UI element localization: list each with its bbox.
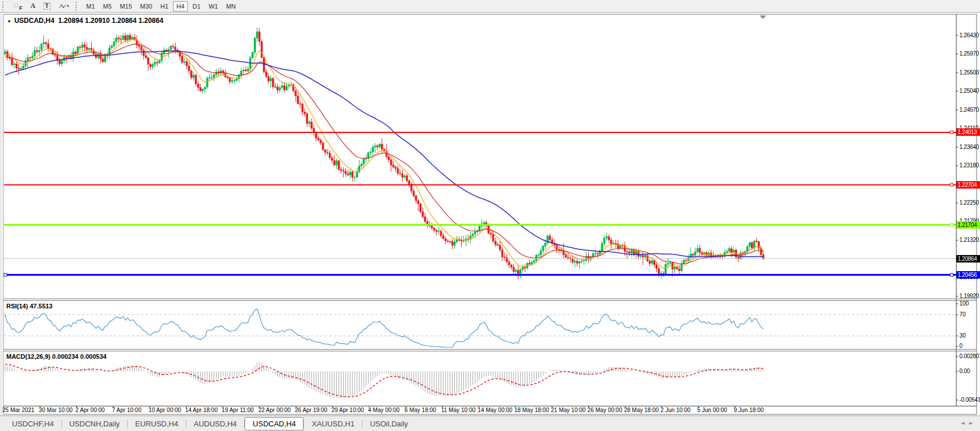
price-tick-label: 1.23640 xyxy=(959,144,979,150)
price-tick-label: 1.23180 xyxy=(959,162,979,169)
date-label: 22 Apr 00:00 xyxy=(258,407,291,413)
timeframe-button-h4[interactable]: H4 xyxy=(173,1,188,11)
price-tick-label: 1.19920 xyxy=(959,293,979,299)
chart-title-symbol: USDCAD,H4 xyxy=(14,17,54,25)
level-price-tag: 1.22704 xyxy=(957,181,980,189)
symbol-dropdown-icon[interactable]: ▼ xyxy=(7,19,11,24)
timeframe-button-d1[interactable]: D1 xyxy=(189,1,204,11)
macd-scale-label: -0.005418 xyxy=(959,397,980,403)
date-label: 7 Apr 10:00 xyxy=(112,407,141,413)
fibonacci-tool-button[interactable]: F xyxy=(10,1,26,11)
rsi-scale-label: 30 xyxy=(959,332,966,339)
tab-scroll-right-icon: ► xyxy=(969,420,978,426)
date-label: 26 Apr 19:00 xyxy=(295,407,328,413)
toolbar-grip-2[interactable] xyxy=(76,2,79,10)
price-tick-label: 1.22250 xyxy=(959,199,979,206)
current-price-tag: 1.20864 xyxy=(957,255,980,262)
date-label: 14 Apr 18:00 xyxy=(185,407,218,413)
timeframe-group: M1M5M15M30H1H4D1W1MN xyxy=(82,1,240,11)
timeframe-button-m5[interactable]: M5 xyxy=(100,1,115,11)
chart-title: ▼USDCAD,H4 1.20894 1.20910 1.20864 1.208… xyxy=(7,17,163,25)
date-label: 26 May 00:00 xyxy=(588,407,623,413)
level-price-tag: 1.21704 xyxy=(957,221,980,229)
timeframe-button-m15[interactable]: M15 xyxy=(116,1,135,11)
date-label: 2 Jun 10:00 xyxy=(660,407,690,413)
date-label: 6 May 18:00 xyxy=(404,407,436,413)
date-label: 18 May 18:00 xyxy=(514,407,549,413)
chart-plot-area[interactable] xyxy=(4,15,956,298)
timeframe-button-h1[interactable]: H1 xyxy=(157,1,172,11)
price-tick-label: 1.25500 xyxy=(959,69,979,76)
rsi-scale-label: 70 xyxy=(959,311,966,318)
chart-tab-usdcad-h4[interactable]: USDCAD,H4 xyxy=(245,417,304,430)
price-tick-label: 1.25970 xyxy=(959,50,979,57)
rsi-label: RSI(14) 47.5513 xyxy=(6,303,53,309)
date-label: 4 May 00:00 xyxy=(368,407,400,413)
window-left-frame xyxy=(0,13,3,416)
text-icon: T xyxy=(44,2,50,10)
date-label: 30 Mar 10:00 xyxy=(39,407,73,413)
chart-tab-eurusd-h4[interactable]: EURUSD,H4 xyxy=(128,418,186,429)
tab-scroll-arrows[interactable]: ◄► xyxy=(961,420,978,426)
macd-values: 0.000234 0.000534 xyxy=(52,353,107,360)
top-toolbar: F A T ↗↙ ▾ M1M5M15M30H1H4D1W1MN xyxy=(0,0,980,13)
chart-tab-audusd-h4[interactable]: AUDUSD,H4 xyxy=(186,418,244,429)
chart-tab-usdchf-h4[interactable]: USDCHF,H4 xyxy=(5,418,61,429)
price-tick-label: 1.26430 xyxy=(959,32,979,38)
date-label: 19 Apr 11:00 xyxy=(222,407,254,413)
chart-tab-xauusd-h1[interactable]: XAUUSD,H1 xyxy=(304,418,361,429)
date-label: 5 Jun 00:00 xyxy=(697,407,727,413)
fibonacci-icon: F xyxy=(13,2,22,10)
price-tick-label: 1.25040 xyxy=(959,88,979,94)
chart-tab-bar: USDCHF,H4USDCNH,DailyEURUSD,H4AUDUSD,H4U… xyxy=(0,416,980,431)
chevron-down-icon: ▾ xyxy=(67,3,69,9)
mt4-chart-screen: F A T ↗↙ ▾ M1M5M15M30H1H4D1W1MN ▼USDCAD,… xyxy=(0,0,980,431)
rsi-scale-label: 100 xyxy=(959,300,969,307)
chart-tab-usoil-daily[interactable]: USOil,Daily xyxy=(363,418,415,429)
macd-label: MACD(12,26,9) 0.000234 0.000534 xyxy=(6,353,107,360)
tab-scroll-left-icon: ◄ xyxy=(961,420,969,426)
text-tool-button[interactable]: T xyxy=(40,1,54,11)
text-label-icon: A xyxy=(30,2,36,10)
timeframe-button-w1[interactable]: W1 xyxy=(205,1,222,11)
chart-title-ohlc: 1.20894 1.20910 1.20864 1.20864 xyxy=(58,17,164,25)
date-label: 9 Jun 18:00 xyxy=(734,407,763,413)
macd-scale-label: 0.002807 xyxy=(959,353,980,359)
date-label: 11 May 10:00 xyxy=(441,407,475,413)
date-label: 28 May 18:00 xyxy=(624,407,659,413)
date-label: 14 May 00:00 xyxy=(478,407,513,413)
timeframe-button-m30[interactable]: M30 xyxy=(137,1,156,11)
date-label: 10 Apr 00:00 xyxy=(148,407,181,413)
date-label: 21 May 10:00 xyxy=(551,407,586,413)
price-tick-label: 1.21320 xyxy=(959,237,979,243)
rsi-scale-label: 0 xyxy=(959,343,963,349)
macd-scale-label: 0.00 xyxy=(959,368,970,374)
level-price-tag: 1.20456 xyxy=(957,271,980,279)
macd-histogram xyxy=(5,362,763,398)
timeframe-button-mn[interactable]: MN xyxy=(223,1,239,11)
shapes-tool-button[interactable]: ↗↙ ▾ xyxy=(55,1,73,11)
chart-tab-usdcnh-daily[interactable]: USDCNH,Daily xyxy=(62,418,127,429)
date-label: 25 Mar 2021 xyxy=(2,407,34,413)
level-price-tag: 1.24013 xyxy=(957,128,980,136)
date-label: 2 Apr 00:00 xyxy=(76,407,105,413)
price-tick-label: 1.24570 xyxy=(959,107,979,113)
text-label-tool-button[interactable]: A xyxy=(27,1,39,11)
rsi-value: 47.5513 xyxy=(30,303,53,309)
timeframe-button-m1[interactable]: M1 xyxy=(83,1,99,11)
toolbar-grip[interactable] xyxy=(2,2,6,10)
date-label: 29 Apr 10:00 xyxy=(332,407,364,413)
arrows-icon: ↗↙ xyxy=(58,3,66,9)
